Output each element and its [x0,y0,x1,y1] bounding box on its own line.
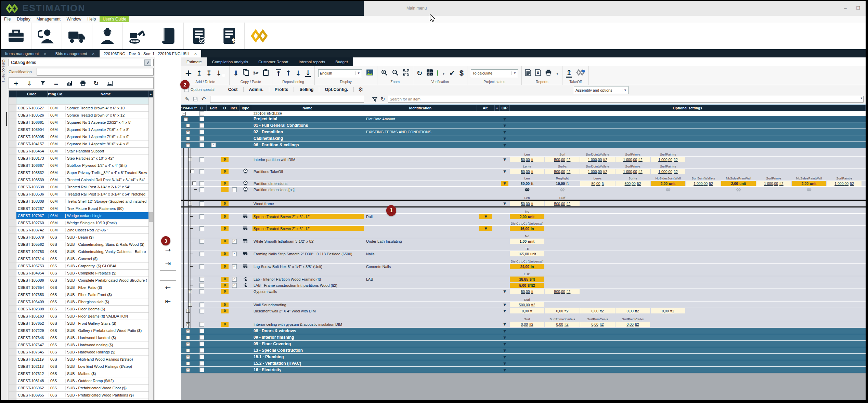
row-checkbox[interactable] [199,169,204,174]
row-checkbox[interactable] [199,309,204,313]
catalog-row[interactable]: CBEST-10696206SSUB - Prefabricated Wood … [9,385,149,392]
catalog-book-button[interactable] [153,23,184,49]
row-checkbox[interactable] [199,264,204,269]
catalog-row[interactable]: CBEST-10352606MSpruce Treated Brown 6" x… [9,112,149,119]
option-value[interactable]: 0,00ft2 [616,322,650,327]
alt-arrow-button[interactable]: ▼ [479,226,492,231]
col-code[interactable]: Code [16,91,48,97]
tab-customer-report[interactable]: Customer Report [253,57,294,66]
pin-icon[interactable] [144,59,151,66]
truck-button[interactable] [62,23,92,49]
option-value[interactable]: 0,00ft2 [545,308,580,313]
row-checkbox[interactable] [199,367,204,372]
option-value[interactable]: 1,00unit [510,239,544,244]
refresh-icon[interactable]: ↻ [92,79,100,87]
caret-icon[interactable]: ▼ [442,70,445,76]
expand-icon[interactable]: + [186,336,190,339]
catalog-row[interactable]: CBEST-10765106SSUB - Railings & Accs. fo… [9,399,149,400]
grid-col-incl[interactable]: Incl. [229,105,239,111]
save-icon[interactable] [192,96,198,102]
catalog-row[interactable]: CBEST-10415706MSquared No 1 Aspenite 9/1… [9,140,149,148]
edit-checkbox[interactable]: ✓ [211,143,216,147]
option-value[interactable]: 50,00ft [510,169,544,174]
row-checkbox[interactable] [199,123,204,128]
zoom-out-icon[interactable] [392,69,399,77]
delete-down-icon[interactable]: ↓ [216,70,222,77]
catalog-row[interactable]: CBEST-10211806SSUB - Low-End Wood Railin… [9,363,149,370]
row-checkbox[interactable] [199,335,204,340]
option-value[interactable]: 50,00ft [510,157,544,162]
row-checkbox[interactable] [199,239,204,244]
grid-filter-icon[interactable] [372,96,378,102]
row-checkbox[interactable] [199,130,204,134]
catalog-row[interactable]: CBEST-10765406SSUB - Fiber Patio ($) [9,284,149,291]
catalog-row[interactable]: CBEST-10817306MStep Particles 2" x 10" x… [9,155,149,162]
include-checkbox[interactable]: ✓ [232,252,237,256]
report-excel-icon[interactable]: X [535,69,541,77]
catalog-row[interactable]: CBEST-10353606MTreated Rail Post 3-1/4" … [9,191,149,198]
grid-row-item[interactable]: 0Spruce Treated Brown 2" x 6" -12'▼16,00… [181,225,866,231]
collapse-icon[interactable]: − [182,112,186,116]
option-value[interactable]: 50,00ft [510,181,544,186]
menu-item-management[interactable]: Management [34,17,64,22]
copy-paste-arrow[interactable]: ▼ [503,342,506,346]
menu-item-file[interactable]: File [1,17,14,22]
button-profits[interactable]: Profits [269,87,294,92]
row-name[interactable]: 02 - Demolition [252,130,283,134]
row-checkbox[interactable] [199,348,204,353]
catalog-row[interactable]: CBEST-10211906SSUB - High-End Wood Raili… [9,356,149,363]
grid-row-section[interactable]: +01 - Full General Conditions▼ [181,122,866,129]
include-checkbox[interactable] [232,187,237,192]
copy-paste-arrow[interactable]: ▼ [503,349,506,352]
check-icon[interactable]: ✔ [449,69,455,77]
option-box[interactable]: 0 [221,201,229,206]
grid-row-section[interactable]: +Cabinetmaking▼ [181,135,866,142]
excavator-button[interactable] [123,23,153,49]
grid-row-root[interactable]: −220106 ENGLISH [181,111,866,116]
gear-icon[interactable]: ⚙ [358,86,363,93]
catalog-row[interactable]: CBEST-10556206SSUB - Cabinetmaking, Stai… [9,241,149,248]
grid-row-item[interactable]: 0Spruce Treated Brown 2" x 6" -12'Rail▼2… [181,213,866,219]
row-name[interactable]: Interior partition with DIM [252,158,295,162]
catalog-row[interactable]: CBEST-10765306SSUB - Fiber Patio Front (… [9,291,149,298]
grid-row-section[interactable]: −Project totalFlat Rate Amount▼ [181,116,866,122]
row-name[interactable]: White Smooth Ethafoam 3-1/2" x 82' [252,239,314,243]
copy-paste-arrow[interactable]: ▼ [503,362,506,365]
catalog-row[interactable]: CBEST-10695506SSUB - Prefabricated Wood … [9,392,149,399]
expand-icon[interactable]: + [188,303,192,307]
option-value[interactable]: 0,00ft2 [616,308,650,313]
include-checkbox[interactable]: ✓ [232,283,237,288]
catalog-row[interactable]: CBEST-10353206MSuper Privacy Trellis_3/4… [9,169,149,176]
row-name[interactable]: 15.1 - Plumbing [252,354,284,359]
row-name[interactable]: LAB - Frame construction Int. partitions… [252,283,337,287]
catalog-row[interactable] [9,97,149,105]
col-sorting-code[interactable]: rting Co [48,91,63,97]
catalog-row[interactable]: CBEST-10507906SSUB - Beam ($) [9,234,149,241]
copy-paste-arrow[interactable]: ▼ [503,124,506,127]
catalog-row[interactable]: CBEST-10575306SSUB - Carpentry. ($) GLOB… [9,263,149,270]
option-value[interactable]: 5,00$/ft2 [510,283,544,288]
catalog-row[interactable]: CBEST-10722906SSUB - Gallery / Prefabric… [9,327,149,334]
option-value[interactable]: 500,00ft2 [545,169,580,174]
grid-row-item[interactable]: −0Partitions TakeOff▼50,00ft500,00ft21 0… [181,168,866,174]
row-name[interactable]: 220106 ENGLISH [252,111,282,116]
option-value[interactable]: 18,85$/ft [510,277,544,282]
option-value[interactable]: 10,00ft [545,181,580,186]
grid-row-item[interactable]: 0✓Framing Nails Strip Smooth 2" D30°_ 0.… [181,251,866,257]
import-icon[interactable]: ⇓ [26,79,33,87]
row-name[interactable]: Partitions TakeOff [252,170,283,174]
row-checkbox[interactable] [199,187,204,192]
catalog-row[interactable]: CBEST-10764706SSUB - Hardwood nosing ($) [9,341,149,349]
option-value[interactable]: 50,00ft [510,201,544,206]
option-box[interactable]: 0 [221,277,229,282]
copy-paste-arrow[interactable]: ▼ [503,170,506,173]
close-tab-icon[interactable]: ✕ [194,52,197,56]
grid-row-item[interactable]: 0✓Lab - Interior Partition Wood Framing … [181,276,866,282]
catalog-title-box[interactable]: Catalog items [9,59,154,66]
row-checkbox[interactable] [199,136,204,141]
grid-row-section[interactable]: +08 - Doors & windows▼ [181,328,866,334]
row-checkbox[interactable] [199,111,204,116]
row-name[interactable]: Cabinetmaking [252,136,283,141]
row-checkbox[interactable] [199,157,204,162]
row-name[interactable]: 09 - Interior finishing [252,335,294,340]
